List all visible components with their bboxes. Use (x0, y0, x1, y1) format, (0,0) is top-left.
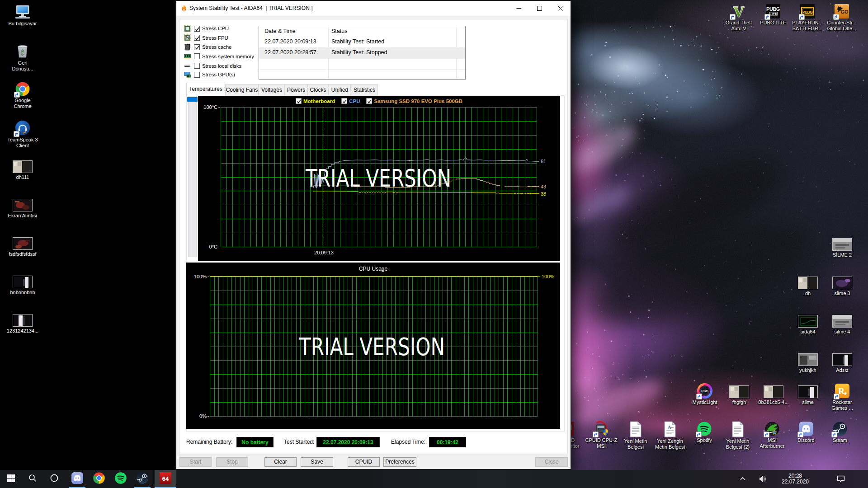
stop-button[interactable]: Stop (216, 457, 248, 467)
desktop-icon-pubg[interactable]: PUBGPLAYERUN...BATTLEGR... (790, 4, 825, 32)
save-button[interactable]: Save (301, 457, 333, 467)
tray-chevron-icon[interactable] (740, 476, 746, 484)
minimize-button[interactable] (508, 1, 529, 15)
taskbar-start-button[interactable] (0, 470, 22, 488)
desktop-icon-mysticlight[interactable]: RGBMysticLight (688, 383, 722, 405)
close-button[interactable]: Close (535, 457, 568, 467)
checkbox-checked[interactable] (366, 98, 372, 104)
file-thumbnail-icon (832, 238, 852, 251)
windows-logo-icon (7, 474, 15, 484)
volume-icon[interactable] (759, 475, 768, 485)
legend-item-motherboard[interactable]: Motherboard (296, 98, 335, 104)
desktop-icon-silme-2[interactable]: SİLME 2 (825, 236, 859, 258)
checkbox-checked[interactable] (194, 35, 200, 41)
desktop-icon-label: Grand TheftAuto V (722, 20, 756, 32)
event-row[interactable]: 22.07.2020 20:09:13Stability Test: Start… (259, 37, 465, 47)
taskbar-search-button[interactable] (22, 470, 43, 488)
stress-option-stress-system-memory[interactable]: Stress system memory (184, 53, 254, 60)
preferences-button[interactable]: Preferences (383, 457, 416, 467)
checkbox-checked[interactable] (194, 26, 200, 32)
taskbar-discord-button[interactable] (66, 470, 88, 488)
desktop-icon-silme[interactable]: silme (791, 383, 825, 405)
desktop-icon-steam[interactable]: Steam (823, 421, 857, 443)
stress-option-stress-cpu[interactable]: Stress CPU (184, 25, 229, 32)
button-label: Save (311, 459, 323, 465)
desktop-icon-8b381cb5[interactable]: 8b381cb5-4... (756, 383, 791, 405)
desktop-icon-this-pc[interactable]: Bu bilgisayar (5, 5, 40, 27)
desktop-icon-spotify[interactable]: Spotify (687, 421, 722, 443)
button-label: Preferences (385, 459, 415, 465)
graph-scrollbar[interactable] (188, 96, 197, 257)
checkbox-unchecked[interactable] (194, 53, 200, 59)
tab-voltages[interactable]: Voltages (259, 84, 285, 95)
checkbox-unchecked[interactable] (194, 72, 200, 78)
checkbox-unchecked[interactable] (194, 63, 200, 69)
desktop-icon-pubg-lite[interactable]: PUBG LITEPUBG LITE (756, 4, 790, 26)
desktop-icon-cpuid-cpuz[interactable]: CPUID CPU-ZMSI (584, 421, 618, 449)
stress-option-stress-gpu-s-[interactable]: Stress GPU(s) (184, 71, 235, 78)
desktop-icon-yeni-metin[interactable]: Yeni MetinBelgesi (618, 421, 653, 450)
desktop-icon-yeni-zengin[interactable]: A Yeni ZenginMetin Belgesi (653, 421, 687, 450)
desktop-icon-adsiz[interactable]: Adsız (825, 351, 859, 373)
button-label: Close (545, 459, 559, 465)
desktop-icon-dh111[interactable]: dh111 (5, 158, 40, 180)
column-header-datetime[interactable]: Date & Time (264, 28, 296, 34)
taskbar-aida64-button[interactable]: 64 (155, 470, 176, 488)
clear-button[interactable]: Clear (264, 457, 297, 467)
graph-scrollbar-thumb[interactable] (187, 97, 198, 102)
desktop-icon-recycle-bin[interactable]: GeriDönüşü... (5, 43, 40, 72)
taskbar-cortana-button[interactable] (43, 470, 65, 488)
desktop-icon-gta-v[interactable]: VGrand TheftAuto V (722, 4, 756, 32)
cpuid-button[interactable]: CPUID (348, 457, 380, 467)
desktop-icon-csgo[interactable]: GOCounter-Str...Global Offe... (825, 4, 859, 32)
event-table[interactable]: Date & TimeStatus22.07.2020 20:09:13Stab… (259, 26, 466, 80)
taskbar-steam-button[interactable] (132, 470, 153, 488)
close-button[interactable] (550, 1, 571, 15)
desktop-icon-dh[interactable]: dh (791, 274, 825, 296)
desktop-icon-discord[interactable]: Discord (789, 421, 823, 443)
event-table-header[interactable]: Date & TimeStatus (259, 26, 465, 37)
maximize-button[interactable] (529, 1, 550, 15)
start-button[interactable]: Start (179, 457, 212, 467)
desktop-icon-msi-afterburner[interactable]: MSIAfterburner (755, 421, 789, 449)
taskbar-chrome-button[interactable] (88, 470, 110, 488)
tab-temperatures[interactable]: Temperatures (186, 83, 225, 96)
desktop-icon-ekran-alintisi[interactable]: Ekran Alıntısı (5, 197, 40, 219)
stress-option-stress-local-disks[interactable]: Stress local disks (184, 62, 241, 70)
event-row[interactable]: 22.07.2020 20:28:57Stability Test: Stopp… (259, 47, 465, 58)
taskbar-clock[interactable]: 20:28 22.07.2020 (776, 473, 815, 485)
desktop-icon-label: bnbnbnbnb (5, 290, 40, 296)
desktop-icon-label: MSIAfterburner (755, 437, 789, 449)
y-axis-max-label: 100°C (203, 104, 217, 110)
desktop-icon-bnbnbnbnb[interactable]: bnbnbnbnb (5, 273, 40, 296)
checkbox-checked[interactable] (341, 98, 347, 104)
desktop-icon-silme-3[interactable]: silme 3 (825, 274, 859, 296)
taskbar-spotify-button[interactable] (110, 470, 132, 488)
desktop-icon-fhgfgh[interactable]: fhgfgh (722, 383, 756, 405)
desktop-icon-teamspeak[interactable]: TeamSpeak 3Client (5, 120, 40, 149)
window-titlebar[interactable]: System Stability Test - AIDA64 [ TRIAL V… (176, 1, 571, 16)
desktop-icon-silme-4[interactable]: silme 4 (825, 313, 859, 335)
desktop-icon-rockstar[interactable]: R RockstarGames ... (825, 383, 859, 411)
tab-statistics[interactable]: Statistics (351, 84, 378, 95)
desktop-icon-google-chrome[interactable]: GoogleChrome (5, 81, 40, 109)
legend-item-samsung-ssd-970-evo-plus-500gb[interactable]: Samsung SSD 970 EVO Plus 500GB (366, 98, 462, 104)
tab-clocks[interactable]: Clocks (307, 84, 329, 95)
legend-item-cpu[interactable]: CPU (341, 98, 360, 104)
checkbox-checked[interactable] (296, 98, 302, 104)
stress-option-stress-fpu[interactable]: %Stress FPU (184, 34, 228, 42)
desktop-icon-1231242134[interactable]: 1231242134... (5, 312, 40, 334)
desktop-icon-fsdfsdfsfdssf[interactable]: fsdfsdfsfdssf (5, 235, 40, 257)
desktop-icon-aida64-file[interactable]: aida64 (791, 313, 825, 335)
desktop-icon-yeni-metin-2[interactable]: Yeni MetinBelgesi (2) (721, 421, 755, 450)
stress-option-stress-cache[interactable]: Stress cache (184, 43, 231, 51)
tab-powers[interactable]: Powers (285, 84, 307, 95)
tab-cooling-fans[interactable]: Cooling Fans (225, 84, 259, 95)
column-header-status[interactable]: Status (331, 28, 347, 34)
tab-label: Clocks (310, 87, 326, 93)
desktop-icon-yukhjkh[interactable]: yukhjkh (791, 351, 825, 373)
action-center-icon[interactable] (836, 475, 845, 485)
elapsed-label: Elapsed Time: (391, 439, 425, 445)
checkbox-checked[interactable] (194, 44, 200, 50)
tab-unified[interactable]: Unified (329, 84, 351, 95)
